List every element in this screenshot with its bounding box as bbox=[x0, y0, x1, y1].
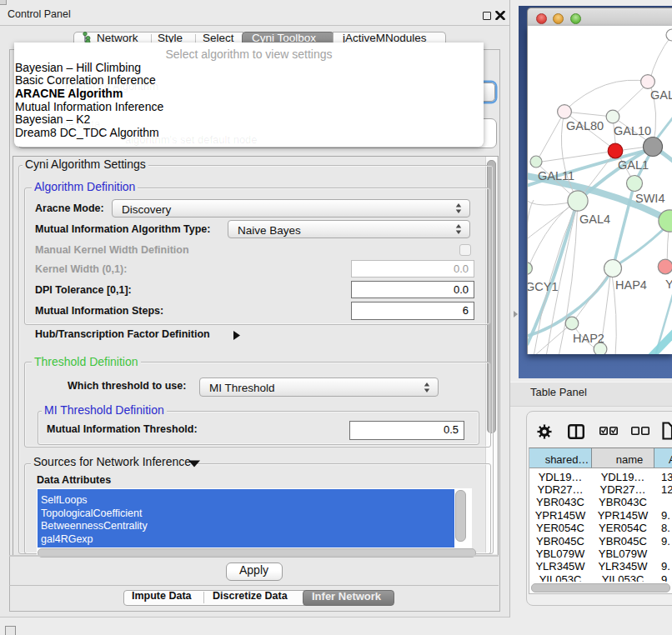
svg-text:HAP4: HAP4 bbox=[615, 278, 647, 292]
svg-text:GAL11: GAL11 bbox=[538, 169, 574, 182]
svg-text:GAL10: GAL10 bbox=[614, 124, 651, 138]
svg-text:HAP2: HAP2 bbox=[573, 332, 604, 345]
svg-text:GAL7: GAL7 bbox=[650, 88, 672, 102]
svg-text:GAL4: GAL4 bbox=[579, 212, 610, 226]
svg-text:GAL80: GAL80 bbox=[566, 119, 604, 132]
svg-text:SWI4: SWI4 bbox=[635, 192, 664, 205]
svg-text:GCY1: GCY1 bbox=[528, 280, 559, 293]
svg-text:GAL1: GAL1 bbox=[618, 158, 649, 172]
svg-text:Y: Y bbox=[665, 278, 672, 291]
